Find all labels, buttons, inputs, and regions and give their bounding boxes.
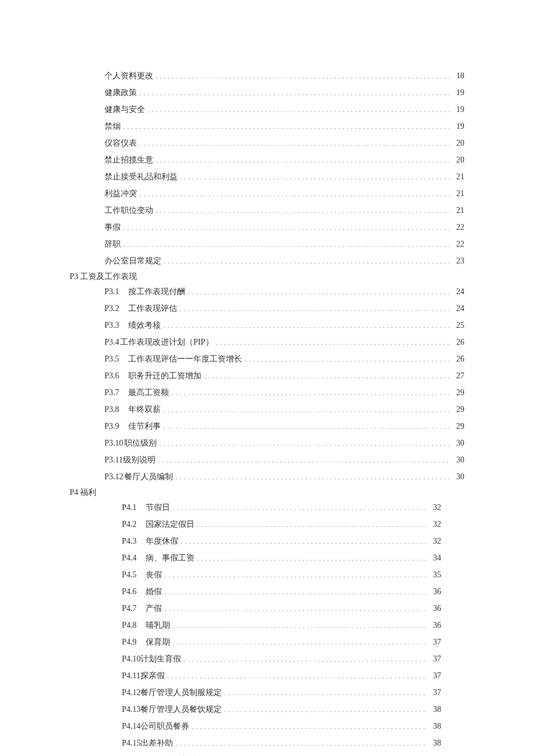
toc-title: 年终双薪 — [128, 403, 161, 415]
toc-page-number: 22 — [452, 221, 464, 233]
toc-entry: 健康与安全19 — [104, 103, 464, 115]
toc-leader-dots — [183, 653, 426, 661]
toc-leader-dots — [244, 353, 449, 361]
toc-entry: P4.4病、事假工资34 — [122, 552, 441, 564]
toc-title: 探亲假 — [140, 670, 165, 682]
toc-entry: 工作职位变动21 — [104, 204, 464, 216]
toc-leader-dots — [197, 552, 426, 560]
toc-entry: 利益冲突21 — [104, 187, 464, 200]
toc-page-number: 37 — [428, 670, 441, 682]
toc-group: P3.1按工作表现付酬24P3.2工作表现评估24P3.3绩效考核25 P3.4… — [104, 285, 464, 483]
toc-page-number: 21 — [452, 171, 464, 183]
toc-page-number: 19 — [452, 120, 464, 132]
toc-leader-dots — [181, 536, 426, 544]
toc-leader-dots — [123, 238, 449, 247]
toc-page-number: 30 — [452, 454, 464, 466]
toc-leader-dots — [156, 70, 449, 78]
toc-page-number: 24 — [452, 302, 464, 314]
toc-leader-dots — [175, 737, 426, 746]
toc-title: 健康与安全 — [104, 103, 145, 115]
toc-title: 工作职位变动 — [104, 204, 153, 216]
toc-title: 职务升迁的工资增加 — [128, 370, 201, 382]
toc-entry: P3.6职务升迁的工资增加27 — [104, 370, 464, 382]
toc-entry: P4.11探亲假37 — [122, 670, 441, 682]
toc-prefix: P4.2 — [122, 518, 136, 530]
toc-entry: 个人资料更改18 — [104, 70, 464, 82]
section-header: P3 工资及工作表现 — [70, 272, 464, 282]
toc-title: 禁止接受礼品和利益 — [104, 171, 178, 183]
toc-entry: P4.1节假日32 — [122, 501, 441, 513]
toc-title: 计划生育假 — [140, 653, 181, 665]
toc-entry: P3.9佳节利事29 — [104, 420, 464, 432]
toc-entry: P4.15出差补助38 — [122, 737, 441, 749]
toc-page-number: 21 — [452, 187, 464, 200]
toc-leader-dots — [167, 670, 426, 678]
toc-leader-dots — [172, 620, 426, 628]
toc-entry: P4.8哺乳期36 — [122, 619, 441, 631]
toc-entry: P3.4工作表现改进计划（PIP）26 — [104, 336, 464, 348]
toc-leader-dots — [164, 586, 426, 594]
toc-title: 绩效考核 — [128, 319, 161, 331]
toc-leader-dots — [204, 370, 449, 378]
toc-leader-dots — [139, 138, 449, 146]
toc-leader-dots — [156, 154, 449, 162]
toc-page-number: 19 — [452, 86, 464, 99]
toc-entry: P4.14公司职员餐券38 — [122, 720, 441, 732]
toc-title: 餐厅人员编制 — [124, 471, 173, 483]
toc-page-number: 36 — [428, 619, 441, 631]
toc-leader-dots — [171, 387, 449, 395]
toc-page-number: 37 — [428, 653, 441, 665]
toc-title: 健康政策 — [104, 86, 137, 99]
toc-leader-dots — [164, 255, 449, 263]
toc-entry: P3.5工作表现评估一一年度工资增长26 — [104, 353, 464, 365]
toc-title: 出差补助 — [140, 737, 173, 749]
toc-title: 佳节利事 — [128, 420, 161, 432]
document-page: 个人资料更改18健康政策19健康与安全19禁烟19仪容仪表20禁止招揽生意20禁… — [0, 0, 534, 756]
toc-entry: P3.12餐厅人员编制30 — [104, 471, 464, 483]
toc-page-number: 23 — [452, 255, 464, 267]
toc-page-number: 29 — [452, 386, 464, 399]
toc-group: 个人资料更改18健康政策19健康与安全19禁烟19仪容仪表20禁止招揽生意20禁… — [104, 70, 464, 267]
toc-entry: 健康政策19 — [104, 86, 464, 99]
toc-prefix: P3.4 — [104, 336, 119, 348]
toc-prefix: P4.8 — [122, 619, 136, 631]
toc-title: 国家法定假日 — [146, 518, 194, 530]
toc-page-number: 25 — [452, 319, 464, 331]
toc-leader-dots — [187, 286, 449, 294]
toc-prefix: P3.5 — [104, 353, 119, 365]
toc-prefix: P3.6 — [104, 370, 119, 382]
toc-entry: P3.1按工作表现付酬24 — [104, 285, 464, 298]
toc-leader-dots — [180, 171, 449, 179]
toc-title: 公司职员餐券 — [140, 720, 189, 732]
toc-page-number: 20 — [452, 137, 464, 149]
toc-leader-dots — [123, 222, 449, 230]
toc-prefix: P4.1 — [122, 501, 136, 513]
toc-entry: P4.13餐厅管理人员餐饮规定38 — [122, 703, 441, 715]
toc-group: P4.1节假日32P4.2国家法定假日32P4.3年度休假32P4.4病、事假工… — [122, 501, 441, 756]
toc-leader-dots — [139, 188, 449, 196]
toc-leader-dots — [158, 454, 449, 462]
toc-entry: P4.3年度休假32 — [122, 535, 441, 547]
toc-prefix: P4.9 — [122, 636, 136, 648]
toc-title: 禁烟 — [104, 120, 121, 132]
toc-leader-dots — [163, 320, 449, 328]
toc-title: 事假 — [104, 221, 121, 233]
toc-entry: 仪容仪表20 — [104, 137, 464, 149]
toc-entry: 事假22 — [104, 221, 464, 233]
toc-prefix: P4.7 — [122, 602, 136, 614]
toc-page-number: 35 — [428, 569, 441, 581]
toc-page-number: 21 — [452, 204, 464, 216]
toc-leader-dots — [216, 337, 449, 345]
toc-title: 辞职 — [104, 238, 121, 250]
toc-entry: P4.12餐厅管理人员制服规定37 — [122, 686, 441, 699]
section-header: P4 福利 — [70, 487, 464, 498]
toc-page-number: 37 — [428, 686, 441, 699]
toc-prefix: P4.6 — [122, 585, 136, 598]
toc-title: 利益冲突 — [104, 187, 137, 200]
toc-page-number: 38 — [428, 703, 441, 715]
toc-entry: P4.9保育期37 — [122, 636, 441, 648]
toc-title: 不同职位的福利 — [142, 754, 199, 756]
toc-entry: P3.3绩效考核25 — [104, 319, 464, 331]
toc-prefix: P4.11 — [122, 670, 140, 682]
toc-prefix: P3.2 — [104, 302, 119, 314]
